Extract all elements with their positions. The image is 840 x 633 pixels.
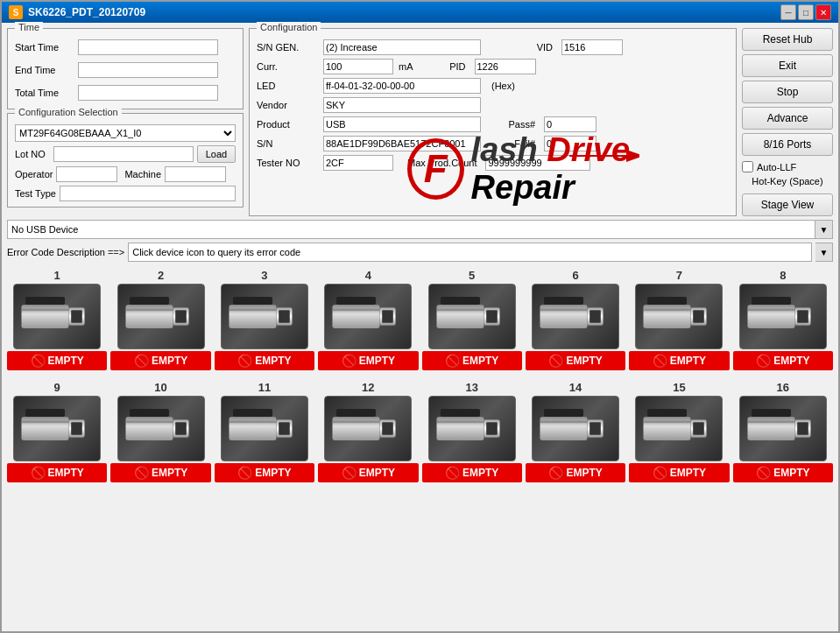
svg-rect-41 bbox=[747, 309, 794, 312]
lot-input[interactable] bbox=[53, 146, 194, 162]
config-selection-label: Configuration Selection bbox=[15, 107, 122, 117]
svg-rect-21 bbox=[333, 309, 380, 312]
svg-rect-77 bbox=[747, 417, 794, 440]
curr-input[interactable] bbox=[323, 59, 393, 74]
error-dropdown-btn[interactable]: ▼ bbox=[815, 243, 833, 262]
svg-rect-66 bbox=[436, 421, 484, 424]
usb-image-8 bbox=[739, 284, 827, 349]
svg-rect-19 bbox=[383, 310, 394, 322]
usb-image-14 bbox=[532, 396, 619, 461]
svg-rect-62 bbox=[436, 417, 484, 440]
svg-rect-81 bbox=[747, 421, 794, 424]
usb-image-2 bbox=[117, 284, 205, 349]
svg-rect-56 bbox=[229, 421, 276, 424]
curr-unit: mA bbox=[399, 61, 413, 72]
svg-rect-75 bbox=[647, 409, 687, 417]
port-status-1: 🚫 EMPTY bbox=[7, 351, 107, 370]
usb-port-5[interactable]: 5 bbox=[422, 269, 522, 370]
test-type-input[interactable] bbox=[60, 186, 236, 201]
usb-port-13[interactable]: 13 bbox=[422, 381, 522, 482]
usb-image-5 bbox=[428, 284, 516, 349]
usb-port-14[interactable]: 14 bbox=[526, 381, 625, 482]
usb-port-4[interactable]: 4 bbox=[318, 269, 418, 370]
stop-button[interactable]: Stop bbox=[742, 81, 833, 103]
total-time-label: Total Time bbox=[15, 88, 78, 98]
vid-input[interactable] bbox=[561, 39, 623, 55]
port-status-10: 🚫 EMPTY bbox=[110, 463, 210, 482]
reset-hub-button[interactable]: Reset Hub bbox=[742, 28, 833, 51]
machine-input[interactable] bbox=[165, 166, 226, 182]
total-time-row: Total Time bbox=[15, 85, 236, 101]
usb-image-9 bbox=[13, 396, 101, 461]
vid-label: VID bbox=[486, 42, 556, 53]
start-time-input[interactable] bbox=[78, 39, 218, 55]
titlebar-controls: ─ □ ✕ bbox=[780, 4, 831, 20]
stage-view-button[interactable]: Stage View bbox=[742, 193, 833, 216]
usb-port-3[interactable]: 3 bbox=[215, 269, 314, 370]
right-buttons: Reset Hub Exit Stop Advance 8/16 Ports A… bbox=[742, 28, 833, 216]
svg-rect-36 bbox=[644, 309, 691, 312]
usb-port-16[interactable]: 16 bbox=[733, 381, 833, 482]
led-input[interactable] bbox=[323, 78, 481, 94]
svg-rect-74 bbox=[694, 422, 705, 434]
port-number-7: 7 bbox=[676, 269, 682, 282]
end-time-input[interactable] bbox=[78, 62, 218, 78]
usb-port-9[interactable]: 9 bbox=[7, 381, 107, 482]
no-usb-input[interactable] bbox=[7, 220, 815, 239]
product-input[interactable] bbox=[323, 116, 481, 132]
svg-rect-76 bbox=[644, 421, 691, 424]
error-input[interactable] bbox=[128, 243, 812, 262]
error-bar: Error Code Description ==> ▼ bbox=[7, 243, 833, 262]
advance-button[interactable]: Advance bbox=[742, 107, 833, 130]
svg-rect-27 bbox=[540, 305, 588, 328]
usb-port-6[interactable]: 6 bbox=[526, 269, 625, 370]
exit-button[interactable]: Exit bbox=[742, 54, 833, 77]
svg-rect-35 bbox=[647, 297, 687, 305]
svg-rect-50 bbox=[130, 409, 169, 417]
titlebar-left: S SK6226_PDT_20120709 bbox=[9, 5, 145, 19]
minimize-button[interactable]: ─ bbox=[780, 4, 796, 20]
operator-input[interactable] bbox=[56, 166, 117, 182]
usb-port-11[interactable]: 11 bbox=[215, 381, 314, 482]
sn-gen-input[interactable] bbox=[323, 39, 481, 55]
svg-rect-2 bbox=[22, 305, 69, 328]
pass-input[interactable] bbox=[544, 116, 596, 132]
tester-label: Tester NO bbox=[257, 158, 318, 168]
usb-port-8[interactable]: 8 bbox=[733, 269, 833, 370]
test-type-row: Test Type bbox=[15, 186, 236, 201]
usb-port-10[interactable]: 10 bbox=[110, 381, 210, 482]
usb-port-2[interactable]: 2 bbox=[110, 269, 210, 370]
curr-label: Curr. bbox=[257, 61, 318, 72]
pid-input[interactable] bbox=[475, 59, 536, 74]
tester-input[interactable] bbox=[323, 155, 393, 171]
svg-rect-52 bbox=[229, 417, 276, 440]
usb-image-11 bbox=[221, 396, 308, 461]
svg-rect-49 bbox=[175, 422, 187, 434]
svg-rect-15 bbox=[233, 297, 272, 305]
usb-image-12 bbox=[324, 396, 412, 461]
no-usb-dropdown-btn[interactable]: ▼ bbox=[815, 220, 833, 239]
usb-port-15[interactable]: 15 bbox=[629, 381, 729, 482]
maximize-button[interactable]: □ bbox=[798, 4, 814, 20]
port-number-5: 5 bbox=[469, 269, 475, 282]
port-status-8: 🚫 EMPTY bbox=[733, 351, 833, 370]
sn-label: S/N bbox=[257, 138, 318, 149]
sn-gen-row: S/N GEN. VID bbox=[257, 39, 729, 55]
autollf-checkbox[interactable] bbox=[742, 161, 753, 172]
led-row: LED (Hex) bbox=[257, 78, 729, 94]
close-button[interactable]: ✕ bbox=[815, 4, 831, 20]
load-button[interactable]: Load bbox=[197, 145, 236, 163]
ports-button[interactable]: 8/16 Ports bbox=[742, 133, 833, 156]
port-number-16: 16 bbox=[777, 381, 789, 394]
usb-port-7[interactable]: 7 bbox=[629, 269, 729, 370]
total-time-input[interactable] bbox=[78, 85, 218, 101]
usb-port-1[interactable]: 1 bbox=[7, 269, 107, 370]
svg-rect-72 bbox=[644, 417, 691, 440]
top-section: Time Start Time End Time Total Time bbox=[7, 28, 833, 216]
usb-image-7 bbox=[635, 284, 723, 349]
port-number-14: 14 bbox=[569, 381, 582, 394]
vendor-input[interactable] bbox=[323, 97, 481, 113]
port-status-16: 🚫 EMPTY bbox=[733, 463, 833, 482]
config-dropdown[interactable]: MT29F64G08EBAAA_X1_I0 bbox=[15, 124, 236, 142]
usb-port-12[interactable]: 12 bbox=[318, 381, 418, 482]
